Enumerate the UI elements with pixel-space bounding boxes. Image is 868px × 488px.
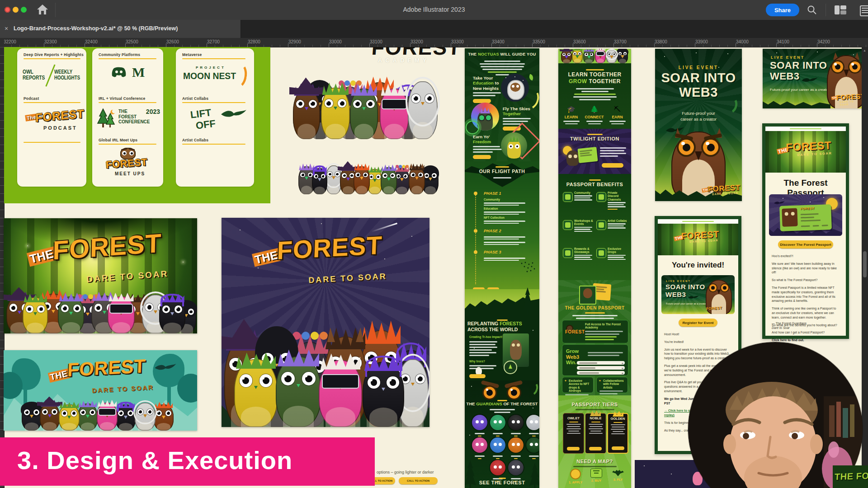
flower-crown-accessory [302, 332, 310, 340]
map-step: 1. Apply [567, 469, 584, 484]
invited-title: You're invited! [658, 261, 738, 270]
soar-title-line2: Web3 [770, 70, 800, 82]
benefit-title: Workshops & Events [574, 219, 594, 226]
map-card-icon [590, 469, 602, 478]
ruler-tick-label: 33700 [614, 39, 627, 44]
tier-card-golden: Golden [607, 413, 628, 454]
ruler-tick-label: 32200 [4, 39, 16, 44]
owl-character [312, 168, 327, 194]
search-icon[interactable] [807, 5, 817, 15]
flower-crown-accessory [399, 165, 402, 168]
invited-banner-image: LIVE EVENT Soar Into Web3 Future-proof y… [661, 275, 735, 314]
canvas-scrollbar-thumb[interactable] [863, 251, 867, 277]
document-tab[interactable]: × Logo-Brand-Process-Workshop-v2.ai* @ 5… [0, 20, 241, 38]
golden-title: The Golden Passport [558, 305, 631, 310]
lime-owl-band [558, 49, 631, 63]
discord-icon [110, 66, 127, 79]
ruler-tick [288, 43, 288, 47]
map-steps: 1. Apply2. Buy3. Fly [558, 469, 631, 488]
owl-character [78, 404, 98, 431]
email-paragraph: Think of owning one like owning a Passpo… [772, 306, 840, 319]
medium-icon: M [132, 65, 147, 79]
flower-crown-accessory [311, 332, 319, 340]
discover-passport-button: Discover The Forest Passport [778, 240, 833, 249]
astronaut-helmet-accessory [605, 49, 618, 60]
ruler-tick [166, 43, 166, 47]
benefits-title: Passport Benefits [558, 182, 631, 187]
owl-character [22, 404, 42, 431]
academy-access-box: FOREST Full Access to The Forest Academy [562, 320, 628, 343]
map-step-label: 2. Buy [588, 479, 604, 482]
ruler-tick [207, 43, 207, 47]
benefit-title: Exclusive Drops [608, 247, 627, 254]
grow-web3-win-box: GrowWeb3Win. ⊕ ⊕ ⊕ [562, 344, 628, 376]
nft-drops-box: ✦ Exclusive Access to NFT drops & Airdro… [562, 377, 594, 393]
benefits-section: Passport Benefits CommunityPrivate Disco… [558, 174, 631, 280]
label-underline [24, 142, 80, 143]
guardian-avatar [490, 415, 505, 430]
guardian-avatar [526, 437, 539, 453]
tab-title: Logo-Brand-Process-Workshop-v2.ai* @ 50 … [14, 25, 178, 32]
phase-item-desc [484, 202, 529, 206]
banner1-owl-row [5, 292, 196, 333]
email-paragraph: You're invited! [664, 340, 733, 344]
pillar-earn: ⛏Earn [606, 105, 628, 126]
toolbar-divider-2 [826, 4, 826, 16]
window-title: Adobe Illustrator 2023 [0, 6, 868, 13]
ruler-tick-label: 33000 [329, 39, 342, 44]
academy-label: ACADEMY [378, 57, 430, 64]
freedom-owl-circle [501, 132, 527, 159]
flower-crown-accessory [344, 80, 350, 86]
artboard-square-dark: The Forest Dare To Soar [222, 218, 429, 427]
tab-close-icon[interactable]: × [5, 25, 8, 32]
scroll-up-arrow[interactable]: ▲ [863, 49, 866, 52]
benefit-item: Artist Collabs [596, 219, 627, 230]
forest-stamp-badge [504, 361, 517, 374]
owl-character [606, 50, 617, 63]
benefit-item: Rewards & Giveaways [563, 247, 594, 261]
twilight-section: Twilight Edition [558, 129, 631, 174]
benefit-title: Private Discord Channels [608, 191, 627, 201]
guardian-avatar [508, 460, 524, 475]
ruler-tick-label: 33200 [410, 39, 423, 44]
share-button[interactable]: Share [766, 4, 799, 16]
canvas-scrollbar-track[interactable]: ▲ [862, 47, 868, 488]
square-owl-group [222, 300, 429, 427]
owl-character [381, 167, 397, 194]
email-header-image: The Forest Dare To Soar [658, 224, 738, 255]
owl-character [58, 296, 84, 333]
banner-forest-logo: The Forest Dare To Soar [831, 92, 863, 108]
benefit-desc [574, 255, 594, 260]
golden-passport-section: The Golden Passport FOREST Full Access t… [558, 280, 631, 395]
section-label: IRL + Virtual Conference [99, 96, 145, 101]
panel-dock-icon[interactable] [860, 5, 868, 16]
golden-card-image [579, 284, 611, 304]
passport-card-image: Forest [769, 194, 842, 236]
label-underline [182, 102, 245, 103]
ruler-tick [85, 43, 85, 47]
pillar-icon: ⛏ [613, 105, 623, 114]
owl-character [350, 89, 378, 139]
cta-pill: Call To Action [399, 477, 438, 484]
email-header-image: The Forest Dare To Soar [765, 131, 846, 173]
owl-character [276, 357, 321, 427]
ruler-tick-label: 32600 [166, 39, 179, 44]
artboard-website-noctuas: The Noctuas Will Guide You Take YourEduc… [465, 48, 539, 488]
email-paragraph: We sure are! We have been building away … [772, 262, 840, 275]
coin-icon [570, 469, 581, 479]
section-label: Global IRL Meet Ups [99, 138, 137, 142]
flower-crown-accessory [88, 294, 93, 299]
tiers-title: Passport Tiers [558, 402, 631, 407]
live-event-label: LIVE EVENT [771, 55, 805, 60]
ruler-tick-label: 34100 [777, 39, 789, 44]
ruler-tick [736, 43, 736, 47]
label-underline [182, 58, 245, 59]
ruler-tick-label: 32300 [44, 39, 57, 44]
artboard-banner-teal: The Forest Dare To Soar [4, 350, 197, 431]
owl-character [293, 89, 320, 139]
email-paragraph: Click here to find out. [772, 338, 840, 343]
phase-item-desc [484, 220, 529, 225]
workspace-switcher-icon[interactable] [835, 5, 846, 14]
guardian-name [489, 454, 506, 460]
pillar-label: Earn [606, 115, 628, 119]
